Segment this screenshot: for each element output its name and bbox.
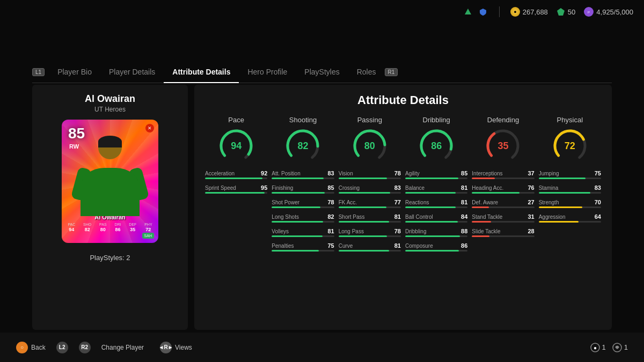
- attr-name: Stand Tackle: [472, 214, 502, 220]
- gauge-physical: 72: [551, 127, 589, 165]
- attr-name: Sprint Speed: [205, 185, 236, 191]
- back-button[interactable]: ○ Back: [16, 342, 46, 353]
- attr-value: 37: [528, 170, 534, 176]
- attr-row: Volleys81: [272, 228, 334, 237]
- attr-row: Jumping75: [539, 170, 601, 179]
- attr-bar-fill: [272, 206, 320, 208]
- attr-row: FK Acc.77: [339, 199, 401, 208]
- gauge-dribbling: 86: [418, 127, 455, 165]
- attr-value: 75: [327, 242, 334, 249]
- tab-attribute-details[interactable]: Attribute Details: [164, 64, 239, 79]
- attr-bar-fill: [272, 221, 323, 223]
- attr-bar-fill: [205, 192, 265, 194]
- attr-name: Att. Position: [272, 171, 300, 176]
- gauge-passing: 80: [351, 127, 389, 165]
- attr-row: Shot Power78: [272, 199, 334, 208]
- attr-row: Penalties75: [272, 242, 334, 252]
- attr-name: Aggression: [539, 214, 566, 220]
- attr-value: 76: [528, 184, 534, 191]
- attr-value: 88: [461, 228, 467, 234]
- attr-name: Stamina: [539, 185, 559, 191]
- attr-value: 78: [394, 170, 401, 176]
- tab-player-bio[interactable]: Player Bio: [49, 64, 100, 79]
- attr-name: Interceptions: [472, 171, 502, 176]
- l2-badge: L2: [56, 342, 68, 353]
- attr-bar-fill: [405, 206, 456, 208]
- r-icon: ◄R►: [160, 342, 172, 353]
- attr-name: Balance: [405, 185, 425, 191]
- attr-value: 81: [394, 242, 401, 249]
- tab-playstyles[interactable]: PlayStyles: [296, 64, 348, 79]
- attr-bar-fill: [405, 221, 458, 223]
- tab-player-details[interactable]: Player Details: [100, 64, 164, 79]
- triangle-icon: [463, 6, 473, 17]
- attr-name: Volleys: [272, 228, 289, 234]
- attr-bar-fill: [339, 178, 387, 179]
- attr-bar-fill: [272, 192, 325, 194]
- attr-name: Ball Control: [405, 214, 433, 220]
- attr-value: 28: [528, 228, 534, 234]
- points-icon: P: [584, 7, 594, 17]
- attr-row: Strength70: [539, 199, 601, 208]
- attr-bar-fill: [339, 235, 387, 237]
- attr-rows-dribbling: Agility85Balance81Reactions81Ball Contro…: [405, 170, 467, 252]
- attr-row: Dribbling88: [405, 228, 467, 237]
- main-content: Al Owairan UT Heroes 85 RW ✕: [32, 85, 612, 330]
- l2-icon: L2: [56, 342, 68, 353]
- nav-tabs: L1 Player Bio Player Details Attribute D…: [32, 64, 612, 83]
- attr-bar-fill: [405, 192, 456, 194]
- tab-hero-profile[interactable]: Hero Profile: [239, 64, 296, 79]
- attr-bar-fill: [339, 250, 389, 252]
- svg-text:●: ●: [594, 345, 597, 351]
- attr-rows-physical: Jumping75Stamina83Strength70Aggression64: [539, 170, 601, 223]
- gems-display: 50: [557, 8, 575, 16]
- bottom-left: ○ Back L2 R2 Change Player ◄R► Views: [16, 342, 192, 353]
- attr-rows-passing: Vision78Crossing83FK Acc.77Short Pass81L…: [339, 170, 401, 252]
- svg-text:P: P: [588, 11, 590, 14]
- attr-rows-pace: Acceleration92Sprint Speed95: [205, 170, 267, 194]
- attr-row: Stand Tackle31: [472, 213, 534, 223]
- attr-value: 77: [394, 199, 401, 205]
- card-stats-row: PAC94 SHO82 PAS80 DRI86 DEF35 PHY72: [64, 223, 156, 232]
- attr-row: Finishing85: [272, 184, 334, 194]
- attr-value: 83: [394, 184, 401, 191]
- attr-value: 81: [461, 199, 467, 205]
- attr-value: 83: [327, 170, 334, 176]
- attr-name: Def. Aware: [472, 200, 498, 205]
- attributes-grid: Pace 94 Acceleration92Sprint Speed95Shoo…: [205, 116, 601, 252]
- attribute-details-title: Attribute Details: [205, 93, 601, 107]
- attr-name: Long Shots: [272, 214, 299, 220]
- attr-bar-fill: [472, 235, 489, 237]
- playstyles-label: PlayStyles: 2: [90, 254, 130, 262]
- attr-row: Long Pass78: [339, 228, 401, 237]
- attr-name: Vision: [339, 171, 353, 176]
- attr-bar-fill: [472, 221, 491, 223]
- coins-display: ● 267,688: [510, 7, 548, 17]
- views-button[interactable]: ◄R► Views: [160, 342, 192, 353]
- attr-name: Slide Tackle: [472, 228, 500, 234]
- r2-icon: R2: [79, 342, 91, 353]
- attr-bar-fill: [205, 178, 262, 179]
- attr-col-dribbling: Dribbling 86 Agility85Balance81Reactions…: [405, 116, 467, 252]
- gem-icon: [557, 8, 565, 16]
- card-player-image: [62, 130, 158, 216]
- attr-value: 86: [461, 242, 467, 249]
- counter-1: ● 1: [590, 343, 606, 352]
- attr-name: Short Pass: [339, 214, 365, 220]
- attr-bar-fill: [339, 206, 387, 208]
- attr-value: 83: [595, 184, 601, 191]
- attr-rows-shooting: Att. Position83Finishing85Shot Power78Lo…: [272, 170, 334, 252]
- attr-bar-fill: [472, 192, 519, 194]
- counter2-icon: [612, 343, 622, 352]
- attr-row: Composure86: [405, 242, 467, 252]
- attr-name: Crossing: [339, 185, 360, 191]
- attr-name: Curve: [339, 243, 353, 249]
- player-name: Al Owairan: [85, 93, 135, 105]
- back-icon: ○: [16, 342, 28, 353]
- attr-value: 27: [528, 199, 534, 205]
- bottom-bar: ○ Back L2 R2 Change Player ◄R► Views ● 1: [0, 333, 644, 362]
- r2-badge: R2: [79, 342, 91, 353]
- tab-roles[interactable]: Roles: [348, 64, 385, 79]
- attr-row: Reactions81: [405, 199, 467, 208]
- attr-bar-fill: [272, 235, 322, 237]
